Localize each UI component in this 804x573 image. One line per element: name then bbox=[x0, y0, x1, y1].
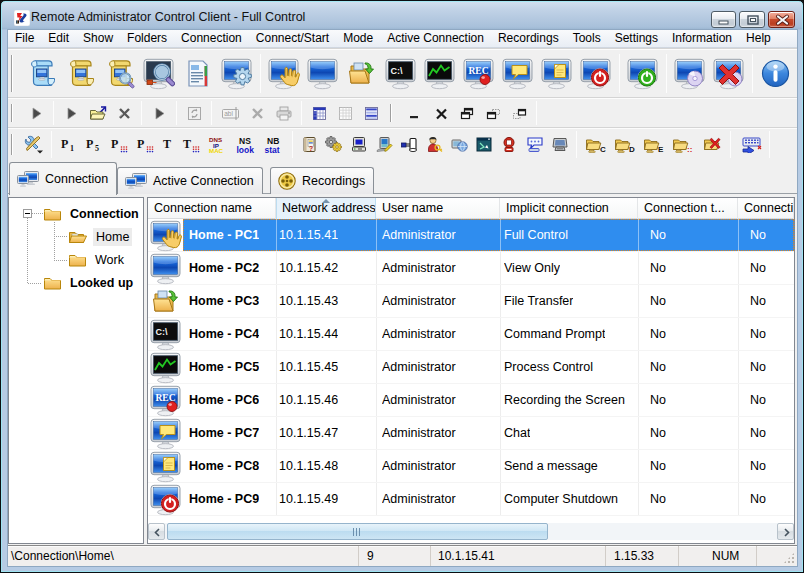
remote-console-button[interactable] bbox=[475, 136, 493, 153]
tab-recordings[interactable]: Recordings bbox=[270, 167, 374, 194]
connection-row-home-pc8[interactable]: Home - PC810.1.15.48AdministratorSend a … bbox=[148, 450, 794, 483]
menu-show[interactable]: Show bbox=[76, 30, 120, 47]
search-computers-button[interactable] bbox=[142, 57, 175, 90]
menu-help[interactable]: Help bbox=[739, 30, 778, 47]
map-drive-d-button[interactable]: D bbox=[614, 136, 636, 153]
nb-stat-button[interactable]: NBstat bbox=[264, 136, 285, 153]
wake-device-button[interactable] bbox=[500, 136, 518, 153]
trace-button[interactable]: T bbox=[162, 136, 175, 153]
disconnect-drive-button[interactable] bbox=[701, 136, 723, 153]
menu-file[interactable]: File bbox=[8, 30, 41, 47]
resize-grip[interactable] bbox=[783, 552, 795, 564]
delete-button[interactable] bbox=[249, 105, 266, 122]
map-drive-c-button[interactable]: C bbox=[585, 136, 607, 153]
play-button[interactable] bbox=[28, 105, 45, 122]
tree-expander-minus[interactable] bbox=[23, 209, 32, 218]
column-header-implicit-connection[interactable]: Implicit connection bbox=[500, 198, 638, 219]
information-button[interactable] bbox=[759, 57, 792, 90]
column-header-connecti[interactable]: Connecti bbox=[738, 198, 794, 219]
minimize-window-button[interactable] bbox=[407, 105, 424, 122]
map-drive-custom-button[interactable]: :: bbox=[672, 136, 694, 153]
tree-node-work[interactable]: Work bbox=[68, 250, 127, 269]
full-control-button[interactable] bbox=[267, 57, 300, 90]
view-list-button[interactable] bbox=[337, 105, 354, 122]
map-drive-e-button[interactable]: E bbox=[643, 136, 665, 153]
event-log-button[interactable]: ? bbox=[301, 136, 318, 153]
computer-management-button[interactable] bbox=[350, 136, 368, 153]
play-file-button[interactable] bbox=[63, 105, 80, 122]
arrange-windows-button[interactable] bbox=[511, 105, 528, 122]
cascade-windows-button[interactable] bbox=[459, 105, 476, 122]
menu-folders[interactable]: Folders bbox=[120, 30, 174, 47]
horizontal-scrollbar[interactable] bbox=[148, 523, 794, 540]
edit-computer-button[interactable] bbox=[375, 136, 393, 153]
new-connection-list-button[interactable] bbox=[25, 57, 58, 90]
open-connection-list-button[interactable] bbox=[64, 57, 97, 90]
close-window-button[interactable] bbox=[433, 105, 450, 122]
network-browse-button[interactable] bbox=[450, 136, 468, 153]
view-details-button[interactable] bbox=[311, 105, 328, 122]
maximize-button[interactable] bbox=[739, 11, 765, 28]
ns-lookup-button[interactable]: NSlook bbox=[236, 136, 257, 153]
send-message-button[interactable] bbox=[540, 57, 573, 90]
messenger-button[interactable] bbox=[525, 136, 544, 153]
trace-custom-button[interactable]: T bbox=[182, 136, 201, 153]
send-keys-button[interactable] bbox=[739, 136, 762, 153]
minimize-button[interactable] bbox=[711, 11, 736, 28]
connection-row-home-pc4[interactable]: C:\Home - PC410.1.15.44AdministratorComm… bbox=[148, 318, 794, 351]
print-button[interactable] bbox=[275, 105, 293, 122]
close-button[interactable] bbox=[768, 11, 795, 28]
menu-recordings[interactable]: Recordings bbox=[491, 30, 566, 47]
tree-node-home[interactable]: Home bbox=[68, 227, 132, 246]
view-report-button[interactable] bbox=[363, 105, 380, 122]
scroll-right-button[interactable] bbox=[777, 523, 794, 540]
menu-edit[interactable]: Edit bbox=[41, 30, 76, 47]
remote-screen-button[interactable] bbox=[551, 136, 569, 153]
menu-tools[interactable]: Tools bbox=[566, 30, 608, 47]
process-control-button[interactable] bbox=[423, 57, 456, 90]
connect-device-button[interactable] bbox=[400, 136, 418, 153]
network-tools-button[interactable] bbox=[22, 136, 44, 153]
ping-continuous-button[interactable]: P bbox=[110, 136, 129, 153]
user-accounts-button[interactable] bbox=[425, 136, 443, 153]
scroll-left-button[interactable] bbox=[148, 523, 165, 540]
computer-shutdown-button[interactable] bbox=[579, 57, 612, 90]
menu-mode[interactable]: Mode bbox=[336, 30, 380, 47]
file-transfer-button[interactable] bbox=[345, 57, 378, 90]
menu-connect-start[interactable]: Connect/Start bbox=[249, 30, 336, 47]
ping-1-button[interactable]: P1 bbox=[60, 136, 78, 153]
column-header-user-name[interactable]: User name bbox=[376, 198, 500, 219]
menu-settings[interactable]: Settings bbox=[608, 30, 665, 47]
connection-log-button[interactable] bbox=[181, 57, 214, 90]
tab-connection[interactable]: Connection bbox=[9, 162, 117, 195]
column-header-network-address[interactable]: Network address bbox=[276, 198, 376, 219]
command-prompt-button[interactable]: C:\ bbox=[384, 57, 417, 90]
tab-active-connection[interactable]: Active Connection bbox=[117, 167, 263, 194]
menu-connection[interactable]: Connection bbox=[174, 30, 249, 47]
connection-settings-button[interactable] bbox=[220, 57, 253, 90]
connection-row-home-pc9[interactable]: Home - PC910.1.15.49AdministratorCompute… bbox=[148, 483, 794, 516]
column-header-connection-t[interactable]: Connection t... bbox=[638, 198, 738, 219]
delete-recording-button[interactable] bbox=[712, 57, 745, 90]
connection-row-home-pc1[interactable]: Home - PC110.1.15.41AdministratorFull Co… bbox=[148, 219, 794, 252]
tile-windows-button[interactable] bbox=[485, 105, 502, 122]
view-only-button[interactable] bbox=[306, 57, 339, 90]
services-button[interactable] bbox=[325, 136, 343, 153]
connection-row-home-pc7[interactable]: Home - PC710.1.15.47AdministratorChatNoN… bbox=[148, 417, 794, 450]
menu-information[interactable]: Information bbox=[665, 30, 739, 47]
tree-node-looked-up[interactable]: Looked up bbox=[43, 273, 136, 292]
rename-button[interactable]: abl bbox=[221, 105, 240, 122]
refresh-button[interactable] bbox=[186, 105, 203, 122]
chat-button[interactable] bbox=[501, 57, 534, 90]
connection-row-home-pc6[interactable]: RECHome - PC610.1.15.46AdministratorReco… bbox=[148, 384, 794, 417]
title-bar[interactable]: c Remote Administrator Control Client - … bbox=[3, 3, 801, 30]
computer-turn-on-button[interactable] bbox=[626, 57, 659, 90]
ping-5-button[interactable]: P5 bbox=[85, 136, 103, 153]
dns-ip-mac-button[interactable]: DNSIPMAC bbox=[208, 136, 229, 153]
menu-active-connection[interactable]: Active Connection bbox=[380, 30, 491, 47]
tree-node-connection[interactable]: Connection bbox=[43, 204, 142, 223]
connection-row-home-pc2[interactable]: Home - PC210.1.15.42AdministratorView On… bbox=[148, 252, 794, 285]
stop-button[interactable] bbox=[116, 105, 133, 122]
play-recording-button[interactable] bbox=[673, 57, 706, 90]
connection-row-home-pc5[interactable]: Home - PC510.1.15.45AdministratorProcess… bbox=[148, 351, 794, 384]
